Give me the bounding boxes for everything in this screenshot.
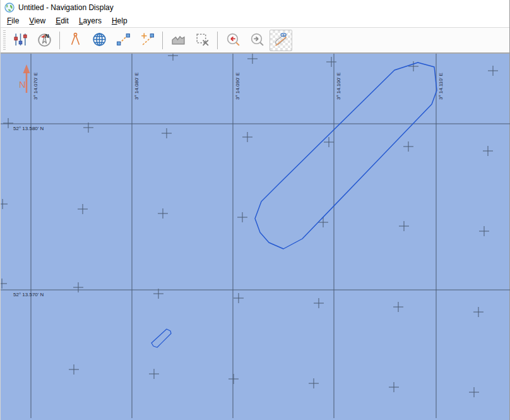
menu-item-layers[interactable]: Layers: [74, 15, 107, 27]
meridian-label: 3° 14.100' E: [336, 73, 341, 100]
toolbar-button-clear-selection[interactable]: [191, 30, 213, 51]
sliders-icon: [13, 32, 28, 49]
plus-marker: [237, 212, 247, 222]
dividers-icon: [68, 32, 83, 49]
toolbar-button-measure-line[interactable]: [112, 30, 134, 51]
menu-item-help[interactable]: Help: [107, 15, 133, 27]
menu-item-edit[interactable]: Edit: [50, 15, 74, 27]
plus-marker: [473, 307, 483, 317]
toolbar-button-add-waypoint[interactable]: [136, 30, 158, 51]
plus-marker: [168, 54, 178, 61]
plus-marker: [242, 132, 252, 142]
plus-marker: [389, 382, 399, 392]
navigation-chart[interactable]: 3° 14.070' E3° 14.080' E3° 14.090' E3° 1…: [1, 54, 510, 418]
toolbar-grip-handle[interactable]: [3, 30, 6, 51]
plus-marker: [1, 279, 7, 289]
window-title: Untitled - Navigation Display: [18, 3, 114, 12]
globe-earth-icon: [4, 3, 15, 13]
parallel-label: 52° 13.570' N: [13, 292, 44, 297]
plus-marker: [1, 199, 8, 209]
toolbar-separator: [217, 32, 218, 49]
meridian-label: 3° 14.110' E: [438, 73, 444, 100]
measure-line-icon: [116, 32, 131, 49]
plus-marker: [318, 217, 328, 227]
toolbar-button-projection-globe[interactable]: [88, 30, 110, 51]
toolbar-separator: [162, 32, 163, 49]
menu-item-view[interactable]: View: [24, 15, 50, 27]
toolbar-separator: [59, 32, 60, 49]
toolbar: N: [1, 28, 509, 54]
toolbar-button-view-next[interactable]: [246, 30, 268, 51]
toolbar-button-area-profile[interactable]: [167, 30, 189, 51]
plus-marker: [403, 141, 413, 152]
plus-marker: [483, 146, 493, 156]
chart-canvas[interactable]: 3° 14.070' E3° 14.080' E3° 14.090' E3° 1…: [1, 54, 509, 420]
route-polygon[interactable]: [255, 63, 437, 249]
plus-marker: [326, 57, 336, 67]
compass-icon: N: [37, 32, 52, 49]
toolbar-button-view-previous[interactable]: [222, 30, 244, 51]
plus-marker: [78, 204, 88, 214]
zoom-previous-icon: [225, 32, 241, 49]
deselect-icon: [194, 32, 210, 49]
title-bar[interactable]: Untitled - Navigation Display: [1, 0, 509, 15]
toolbar-button-dividers-tool[interactable]: [64, 30, 86, 51]
toolbar-button-show-own-ship[interactable]: [270, 30, 292, 51]
plus-marker: [393, 302, 403, 312]
ship-outline[interactable]: [151, 329, 171, 347]
meridian-label: 3° 14.070' E: [33, 73, 39, 100]
parallel-label: 52° 13.580' N: [13, 126, 44, 131]
plus-marker: [228, 374, 239, 384]
plus-marker: [314, 298, 324, 308]
plus-marker: [309, 378, 319, 388]
plus-marker: [469, 387, 479, 397]
svg-text:N: N: [45, 32, 49, 39]
plus-marker: [234, 293, 244, 303]
menu-bar: FileViewEditLayersHelp: [1, 15, 509, 28]
meridian-label: 3° 14.090' E: [235, 73, 240, 100]
north-arrow-label: N: [19, 79, 26, 90]
menu-item-file[interactable]: File: [2, 15, 24, 27]
area-chart-icon: [170, 32, 186, 49]
plus-marker: [73, 282, 83, 292]
plus-marker: [158, 208, 168, 219]
north-arrow-head: [23, 64, 30, 73]
plus-marker: [3, 118, 13, 128]
toolbar-button-display-settings[interactable]: [9, 30, 32, 51]
meridian-label: 3° 14.080' E: [134, 73, 139, 100]
plus-marker: [69, 364, 79, 375]
globe-icon: [92, 32, 107, 49]
plus-marker: [162, 128, 172, 138]
plus-marker: [149, 369, 159, 379]
plus-marker: [399, 221, 409, 231]
plus-marker: [479, 226, 489, 236]
plus-marker: [488, 66, 498, 76]
add-waypoint-icon: [139, 32, 155, 49]
zoom-next-icon: [249, 32, 265, 49]
plus-marker: [247, 54, 258, 64]
ship-view-icon: [273, 32, 289, 49]
app-window: Untitled - Navigation Display FileViewEd…: [0, 0, 510, 420]
toolbar-button-north-orientation[interactable]: N: [33, 30, 56, 51]
